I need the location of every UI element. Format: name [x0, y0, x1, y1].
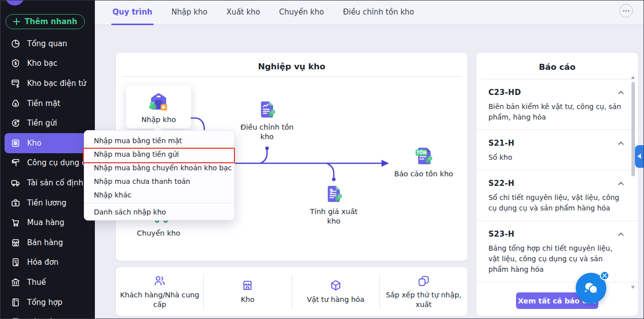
ledger-book-icon — [11, 297, 21, 307]
sidebar-item-kho-bac[interactable]: $ Kho bạc — [5, 54, 86, 74]
treasury-icon: $ — [11, 58, 21, 68]
link-label: Khách hàng/Nhà cung cấp — [119, 290, 200, 309]
link-kho[interactable]: Kho — [204, 274, 292, 310]
tab-dieu-chinh-ton-kho[interactable]: Điều chỉnh tồn kho — [342, 1, 415, 25]
triangle-left-icon — [637, 154, 641, 159]
report-header[interactable]: S23-H — [488, 230, 625, 239]
menu-item-danh-sach-nhap-kho[interactable]: Danh sách nhập kho — [84, 203, 234, 219]
menu-item-nhap-khac[interactable]: Nhập khác — [84, 188, 234, 201]
close-icon — [602, 273, 607, 278]
node-tinh-gia-xuat-kho[interactable]: $ Tính giá xuất kho — [304, 183, 364, 226]
svg-text:$: $ — [14, 102, 17, 107]
menu-item-nhap-mua-chua-thanh-toan[interactable]: Nhập mua chưa thanh toán — [84, 174, 234, 188]
invoice-icon: $ — [11, 257, 21, 267]
link-khach-hang-nha-cung-cap[interactable]: Khách hàng/Nhà cung cấp — [116, 274, 204, 310]
sidebar-item-ban-hang[interactable]: Bán hàng — [5, 233, 86, 253]
report-item-s22-h: S22-H Sổ chi tiết nguyên liệu, vật liệu,… — [476, 170, 638, 221]
link-label: Kho — [241, 295, 254, 304]
adjust-stock-doc-icon — [256, 98, 278, 121]
scrollbar-thumb[interactable] — [631, 82, 635, 176]
report-header[interactable]: C23-HD — [488, 88, 625, 97]
sidebar-item-bao-cao[interactable]: Báo cáo — [5, 312, 86, 319]
chevron-up-icon[interactable] — [617, 88, 625, 96]
sidebar-item-cong-cu-dung-cu[interactable]: Công cụ dụng cụ — [5, 153, 86, 173]
report-item-s23-h: S23-H Bảng tổng hợp chi tiết nguyên liệu… — [476, 221, 638, 282]
sidebar-item-thue[interactable]: Thuế — [5, 272, 86, 292]
chevron-up-icon[interactable] — [617, 230, 625, 238]
collapse-panel-tab[interactable] — [635, 145, 644, 168]
node-label: Điều chỉnh tồn kho — [237, 123, 297, 142]
divider — [122, 76, 461, 77]
tab-nhap-kho[interactable]: Nhập kho — [171, 1, 209, 25]
svg-text:$: $ — [14, 121, 17, 126]
node-label: Báo cáo tồn kho — [389, 169, 459, 179]
report-item-s21-h: S21-H Sổ kho — [476, 130, 638, 170]
svg-text:$: $ — [14, 201, 17, 206]
menu-item-nhap-mua-bang-chuyen-khoan-kho-bac[interactable]: Nhập mua bằng chuyển khoản kho bạc — [84, 161, 234, 175]
sidebar-item-tien-gui[interactable]: $ Tiền gửi — [5, 113, 86, 133]
link-label: Sắp xếp thứ tự nhập, xuất — [383, 290, 464, 309]
report-desc: Sổ chi tiết nguyên liệu, vật liệu, công … — [488, 192, 623, 214]
scroll-up-arrow[interactable] — [631, 76, 635, 79]
sidebar-item-tien-mat[interactable]: $ Tiền mặt — [5, 93, 86, 114]
chevron-up-icon[interactable] — [617, 139, 625, 147]
sidebar-item-kho-bac-dien-tu[interactable]: $ Kho bạc điện tử — [5, 73, 86, 93]
link-sap-xep-thu-tu-nhap-xuat[interactable]: Sắp xếp thứ tự nhập, xuất — [380, 274, 467, 310]
ton-badge: TỒN — [416, 149, 426, 155]
sidebar-item-label: Tổng quan — [27, 39, 67, 48]
sidebar-item-label: Kho — [27, 139, 42, 148]
node-dieu-chinh-ton-kho[interactable]: Điều chỉnh tồn kho — [237, 98, 297, 142]
sidebar-item-label: Thuế — [27, 278, 46, 287]
tab-bar: Quy trình Nhập kho Xuất kho Chuyển kho Đ… — [95, 1, 644, 25]
reports-scrollbar[interactable] — [631, 76, 635, 289]
deposit-icon: $ — [11, 118, 21, 128]
sidebar-item-hoa-don[interactable]: $ Hóa đơn — [5, 253, 86, 273]
sidebar: Thêm nhanh Tổng quan $ Kho bạc $ Kho bạc… — [1, 1, 95, 319]
report-icon — [11, 317, 21, 319]
sidebar-item-label: Tài sản cố định — [27, 178, 83, 187]
report-code: S21-H — [488, 139, 514, 148]
report-header[interactable]: S22-H — [488, 179, 625, 188]
sidebar-item-label: Tổng hợp — [27, 298, 62, 307]
menu-item-nhap-mua-bang-tien-gui[interactable]: Nhập mua bằng tiền gửi — [84, 148, 234, 161]
svg-text:$: $ — [16, 83, 19, 88]
tab-chuyen-kho[interactable]: Chuyển kho — [278, 1, 325, 25]
tab-xuat-kho[interactable]: Xuất kho — [225, 1, 261, 25]
menu-item-nhap-mua-bang-tien-mat[interactable]: Nhập mua bằng tiền mặt — [84, 134, 234, 148]
node-label: Chuyển kho — [128, 229, 189, 238]
price-calc-doc-icon: $ — [323, 183, 345, 205]
quick-add-button[interactable]: Thêm nhanh — [6, 14, 85, 29]
node-nhap-kho[interactable]: Nhập kho — [126, 85, 191, 129]
sidebar-item-kho[interactable]: Kho — [5, 133, 86, 153]
warehouse-in-icon — [147, 90, 170, 113]
sidebar-item-mua-hang[interactable]: Mua hàng — [5, 212, 86, 233]
workflow-title: Nghiệp vụ kho — [116, 62, 467, 71]
report-code: C23-HD — [488, 88, 521, 97]
sidebar-item-label: Công cụ dụng cụ — [27, 158, 91, 167]
sidebar-item-label: Tiền gửi — [27, 119, 57, 128]
link-vat-tu-hang-hoa[interactable]: Vật tư hàng hóa — [292, 274, 380, 310]
payroll-icon: $ — [11, 198, 21, 208]
scroll-down-arrow[interactable] — [631, 286, 635, 289]
report-item-c23-hd: C23-HD Biên bản kiểm kê vật tư, công cụ,… — [476, 79, 638, 130]
svg-text:$: $ — [16, 263, 18, 267]
svg-text:$: $ — [329, 187, 333, 194]
tools-icon — [11, 158, 21, 168]
app-window: Thêm nhanh Tổng quan $ Kho bạc $ Kho bạc… — [0, 0, 644, 319]
sidebar-item-label: Kho bạc — [27, 59, 57, 68]
plus-icon — [13, 18, 20, 25]
more-options-button[interactable] — [619, 4, 633, 18]
node-bao-cao-ton-kho[interactable]: TỒN Báo cáo tồn kho — [389, 144, 459, 179]
sidebar-item-tien-luong[interactable]: $ Tiền lương — [5, 193, 86, 213]
warehouse-icon — [11, 138, 21, 148]
tab-quy-trinh[interactable]: Quy trình — [111, 1, 154, 25]
sidebar-item-tong-quan[interactable]: Tổng quan — [5, 34, 86, 54]
sidebar-item-tai-san-co-dinh[interactable]: Tài sản cố định — [5, 173, 86, 193]
fixed-asset-icon — [11, 178, 21, 188]
chat-close-badge[interactable] — [600, 271, 609, 280]
nhap-kho-dropdown: Nhập mua bằng tiền mặt Nhập mua bằng tiề… — [84, 130, 235, 221]
chevron-up-icon[interactable] — [617, 179, 625, 187]
sidebar-item-tong-hop[interactable]: Tổng hợp — [5, 292, 86, 312]
app-logo[interactable] — [5, 1, 25, 6]
report-header[interactable]: S21-H — [488, 139, 625, 148]
